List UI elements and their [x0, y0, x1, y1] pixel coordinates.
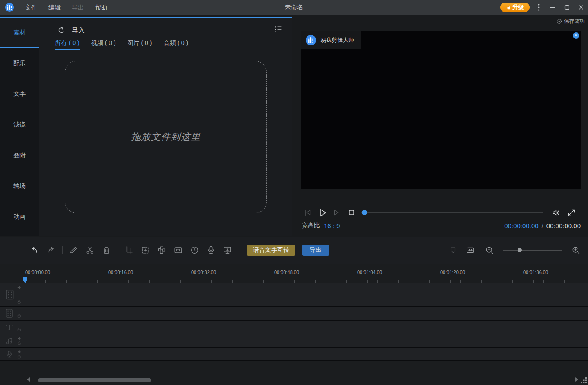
file-dropzone[interactable]: 拖放文件到这里 [65, 61, 267, 213]
total-timecode: 00:00:00.00 [546, 222, 581, 229]
stop-button[interactable] [348, 209, 355, 216]
track-header [0, 283, 25, 306]
track-row[interactable] [0, 321, 588, 334]
picture-in-picture-button[interactable] [173, 245, 183, 255]
fullscreen-button[interactable] [567, 208, 576, 217]
seek-handle[interactable] [362, 210, 367, 215]
watermark-close-button[interactable]: × [573, 32, 579, 39]
ruler-tick [564, 280, 565, 283]
more-menu-button[interactable] [532, 0, 545, 15]
track-lock-icon[interactable] [17, 354, 22, 359]
mosaic-button[interactable] [157, 245, 167, 255]
kebab-icon [538, 4, 540, 11]
timeline-ruler[interactable]: 00:00:00.0000:00:16.0000:00:32.0000:00:4… [0, 264, 588, 283]
track-lock-icon[interactable] [17, 313, 22, 318]
track-mute-icon[interactable] [17, 350, 22, 354]
ruler-tick [585, 280, 585, 283]
ruler-timestamp: 00:00:00.00 [25, 270, 50, 275]
speech-to-text-button[interactable]: 语音文字互转 [247, 245, 295, 256]
delete-button[interactable] [101, 245, 112, 255]
watermark-text: 易我剪辑大师 [320, 36, 354, 44]
close-icon [578, 5, 584, 10]
watermark: 易我剪辑大师 [301, 31, 361, 49]
track-row[interactable] [0, 307, 588, 321]
track-lock-icon[interactable] [17, 341, 22, 346]
snap-toggle-button[interactable] [448, 245, 458, 255]
ruler-tick [222, 280, 222, 283]
fit-timeline-button[interactable] [465, 245, 476, 255]
track-list [0, 283, 588, 361]
ruler-tick [128, 280, 129, 283]
menu-item[interactable]: 导出 [66, 0, 89, 15]
ruler-tick [305, 280, 305, 283]
minimize-button[interactable] [545, 0, 559, 15]
menu-item[interactable]: 文件 [19, 0, 43, 15]
fullscreen-icon [567, 208, 576, 217]
ruler-tick [326, 280, 326, 283]
track-controls [17, 322, 22, 332]
media-tab[interactable]: 图片 ( 0 ) [128, 39, 152, 50]
track-row[interactable] [0, 283, 588, 307]
crop-button[interactable] [124, 245, 134, 255]
timeline-zoom-slider[interactable] [503, 248, 562, 253]
ruler-tick [149, 280, 150, 283]
timeline-zoom-in-button[interactable] [571, 245, 581, 255]
undo-button[interactable] [29, 245, 40, 255]
previous-frame-button[interactable] [303, 208, 313, 217]
timeline-zoom-handle[interactable] [518, 248, 522, 252]
split-button[interactable] [85, 245, 95, 255]
aspect-ratio-value[interactable]: 16 : 9 [324, 222, 340, 229]
timeline-zoom-out-button[interactable] [484, 245, 495, 255]
ruler-tick [56, 280, 56, 283]
export-button[interactable]: 导出 [302, 245, 329, 256]
sidebar-item[interactable]: 叠附 [0, 140, 39, 171]
ruler-tick [523, 278, 523, 283]
sidebar-item[interactable]: 动画 [0, 201, 39, 232]
track-lock-icon[interactable] [17, 327, 22, 332]
track-lock-icon[interactable] [17, 299, 22, 304]
menu-item[interactable]: 编辑 [43, 0, 66, 15]
ruler-tick [108, 278, 108, 283]
scroll-left-arrow[interactable] [27, 377, 30, 382]
edit-clip-button[interactable] [68, 245, 79, 255]
resize-grip[interactable] [581, 377, 587, 384]
media-tab[interactable]: 音频 ( 0 ) [163, 39, 188, 50]
sidebar-item[interactable]: 文字 [0, 79, 39, 109]
media-tab[interactable]: 视频 ( 0 ) [91, 39, 116, 50]
horizontal-scrollbar-thumb[interactable] [38, 378, 151, 382]
track-mute-icon[interactable] [17, 336, 22, 341]
screen-record-button[interactable] [222, 245, 233, 255]
import-button[interactable]: 导入 [57, 26, 85, 35]
list-view-toggle[interactable] [274, 25, 283, 33]
ruler-tick [201, 280, 201, 283]
menu-item[interactable]: 帮助 [89, 0, 113, 15]
track-type-icon [5, 336, 13, 346]
ruler-tick [512, 280, 513, 283]
ruler-tick [398, 280, 399, 283]
sidebar-item[interactable]: 素材 [0, 17, 39, 48]
scroll-right-arrow[interactable] [575, 377, 578, 382]
track-row[interactable] [0, 334, 588, 348]
close-button[interactable] [574, 0, 588, 15]
ruler-tick [66, 280, 67, 283]
timecode-group: 00:00:00.00 / 00:00:00.00 [504, 222, 581, 229]
sidebar-item[interactable]: 配乐 [0, 48, 39, 79]
maximize-button[interactable] [559, 0, 574, 15]
ruler-timestamp: 00:01:36.00 [523, 270, 548, 275]
upgrade-button[interactable]: 升级 [500, 3, 530, 12]
track-row[interactable] [0, 348, 588, 361]
voiceover-button[interactable] [206, 245, 216, 255]
media-tab[interactable]: 所有 ( 0 ) [55, 39, 80, 50]
next-frame-button[interactable] [332, 208, 342, 217]
zoom-region-button[interactable] [140, 245, 150, 255]
track-mute-icon[interactable] [17, 285, 22, 290]
duration-button[interactable] [189, 245, 200, 255]
volume-button[interactable] [551, 208, 561, 218]
sidebar-item[interactable]: 滤镜 [0, 109, 39, 140]
redo-button[interactable] [46, 245, 56, 255]
ruler-tick [315, 280, 316, 283]
sidebar-item[interactable]: 转场 [0, 171, 39, 201]
play-button[interactable] [316, 207, 328, 219]
ruler-tick [274, 278, 274, 283]
seek-slider[interactable] [361, 210, 543, 215]
